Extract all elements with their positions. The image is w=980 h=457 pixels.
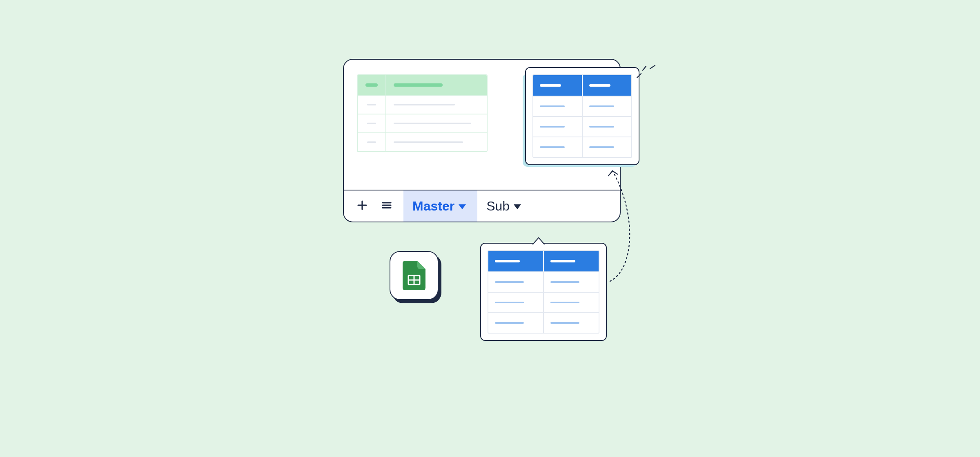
svg-line-5 <box>637 74 641 78</box>
master-sheet-table <box>357 74 488 152</box>
sheet-tabs-bar: Master Sub <box>344 190 620 222</box>
diagram-stage: Master Sub <box>318 55 662 402</box>
tab-label: Master <box>412 199 454 214</box>
add-sheet-button[interactable] <box>356 199 368 213</box>
sparkle-accent-icon <box>635 61 659 82</box>
google-sheets-icon <box>390 251 439 300</box>
popup-arrow-icon <box>532 237 545 244</box>
caret-down-icon <box>459 204 466 209</box>
tab-label: Sub <box>486 199 510 214</box>
caret-down-icon <box>514 204 521 209</box>
sheet-tab-sub[interactable]: Sub <box>477 190 532 222</box>
sub-table-floating <box>525 67 639 165</box>
all-sheets-button[interactable] <box>381 199 393 213</box>
svg-line-7 <box>650 65 655 69</box>
sheet-tab-master[interactable]: Master <box>403 190 477 222</box>
svg-line-6 <box>643 66 646 70</box>
sub-table-popup <box>480 243 607 341</box>
